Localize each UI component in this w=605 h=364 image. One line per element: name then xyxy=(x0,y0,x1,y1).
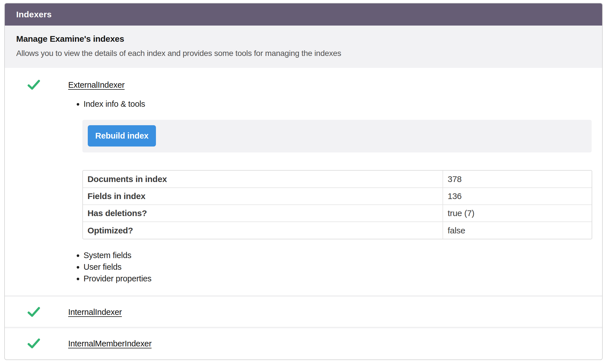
indexer-row-internalmemberindexer: InternalMemberIndexer xyxy=(5,328,602,358)
check-icon xyxy=(27,306,41,318)
info-value: 378 xyxy=(443,171,592,188)
panel-header: Indexers xyxy=(5,3,602,26)
table-row: Has deletions? true (7) xyxy=(83,205,592,222)
indexer-link-internalindexer[interactable]: InternalIndexer xyxy=(68,307,122,317)
table-row: Documents in index 378 xyxy=(83,171,592,188)
table-row: Fields in index 136 xyxy=(83,188,592,205)
section-item-system-fields[interactable]: System fields xyxy=(84,250,151,261)
rebuild-index-button[interactable]: Rebuild index xyxy=(88,125,156,147)
info-value: true (7) xyxy=(443,205,592,222)
info-label: Optimized? xyxy=(83,222,443,239)
index-tools-panel: Rebuild index xyxy=(82,120,592,152)
check-icon xyxy=(27,338,41,349)
indexer-row-internalindexer: InternalIndexer xyxy=(5,297,602,327)
indexer-link-externalindexer[interactable]: ExternalIndexer xyxy=(68,80,125,90)
index-section-list: System fields User fields Provider prope… xyxy=(5,250,151,284)
indexers-panel: Indexers Manage Examine's indexes Allows… xyxy=(4,3,603,360)
intro-description: Allows you to view the details of each i… xyxy=(16,49,591,58)
info-value: 136 xyxy=(443,188,592,205)
check-icon xyxy=(27,79,41,91)
index-info-table: Documents in index 378 Fields in index 1… xyxy=(82,170,592,239)
info-label: Fields in index xyxy=(83,188,443,205)
info-value: false xyxy=(443,222,592,239)
section-item-index-info-tools[interactable]: Index info & tools xyxy=(84,98,145,110)
index-section-list: Index info & tools xyxy=(5,98,145,110)
intro-title: Manage Examine's indexes xyxy=(16,34,591,44)
section-item-provider-properties[interactable]: Provider properties xyxy=(84,273,151,284)
info-label: Documents in index xyxy=(83,171,443,188)
panel-title: Indexers xyxy=(16,10,52,19)
indexer-row-externalindexer: ExternalIndexer Index info & tools Rebui… xyxy=(5,68,602,295)
section-item-user-fields[interactable]: User fields xyxy=(84,261,151,273)
info-label: Has deletions? xyxy=(83,205,443,222)
indexer-link-internalmemberindexer[interactable]: InternalMemberIndexer xyxy=(68,339,152,348)
table-row: Optimized? false xyxy=(83,222,592,239)
intro-section: Manage Examine's indexes Allows you to v… xyxy=(5,26,602,68)
